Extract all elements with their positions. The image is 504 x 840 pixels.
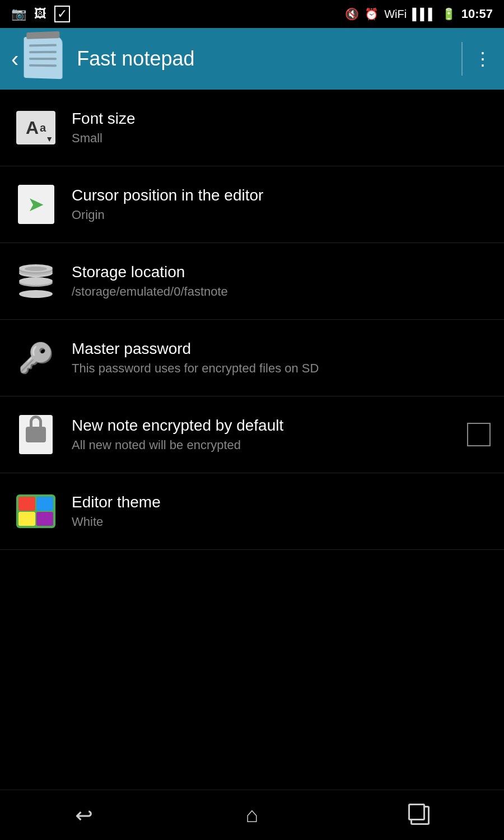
status-icons-right: 🔇 ⏰ WiFi ▌▌▌ 🔋 10:57 [345,7,493,21]
font-size-title: Font size [72,110,491,128]
image-icon: 🖼 [34,7,46,21]
menu-button[interactable]: ⋮ [474,48,493,69]
wifi-icon: WiFi [384,8,407,21]
storage-location-icon [13,259,58,304]
master-password-title: Master password [72,340,491,358]
master-password-subtitle: This password uses for encrypted files o… [72,361,491,376]
editor-theme-icon [13,489,58,534]
nav-bar: ↪ ⌂ [0,790,504,840]
status-bar: 📷 🖼 ✓ 🔇 ⏰ WiFi ▌▌▌ 🔋 10:57 [0,0,504,28]
new-note-encrypted-item[interactable]: New note encrypted by default All new no… [0,396,504,473]
nav-home-button[interactable]: ⌂ [224,799,280,832]
nav-recent-icon [410,806,430,825]
editor-theme-item[interactable]: Editor theme White [0,473,504,550]
font-size-text: Font size Small [72,110,491,146]
font-size-icon: Aa ▼ [13,105,58,150]
editor-theme-title: Editor theme [72,493,491,511]
camera-icon: 📷 [11,7,26,21]
cursor-position-item[interactable]: ➤ Cursor position in the editor Origin [0,166,504,243]
cursor-position-icon: ➤ [13,182,58,227]
new-note-encrypted-title: New note encrypted by default [72,417,467,435]
master-password-text: Master password This password uses for e… [72,340,491,376]
master-password-icon: 🔑 [13,335,58,380]
nav-home-icon: ⌂ [246,803,259,827]
app-title: Fast notepad [77,47,461,71]
nav-back-icon: ↪ [75,803,93,828]
app-bar: ‹ Fast notepad ⋮ [0,28,504,90]
alarm-icon: ⏰ [365,7,379,21]
check-icon: ✓ [54,6,70,22]
new-note-encrypted-subtitle: All new noted will be encrypted [72,438,467,452]
back-button[interactable]: ‹ [11,46,18,72]
mute-icon: 🔇 [345,7,359,21]
new-note-encrypted-text: New note encrypted by default All new no… [72,417,467,452]
editor-theme-text: Editor theme White [72,493,491,529]
cursor-position-subtitle: Origin [72,208,491,222]
font-size-item[interactable]: Aa ▼ Font size Small [0,90,504,166]
status-time: 10:57 [461,7,493,21]
signal-icon: ▌▌▌ [412,8,436,21]
font-size-subtitle: Small [72,131,491,146]
master-password-item[interactable]: 🔑 Master password This password uses for… [0,320,504,396]
status-icons-left: 📷 🖼 ✓ [11,6,70,22]
nav-back-button[interactable]: ↪ [56,799,112,832]
storage-location-item[interactable]: Storage location /storage/emulated/0/fas… [0,243,504,320]
new-note-encrypted-checkbox[interactable] [467,423,491,446]
settings-list: Aa ▼ Font size Small ➤ Cursor position i… [0,90,504,550]
cursor-position-text: Cursor position in the editor Origin [72,186,491,222]
nav-recent-button[interactable] [392,799,448,832]
new-note-encrypted-icon [13,412,58,457]
app-icon [23,36,68,81]
editor-theme-subtitle: White [72,515,491,529]
storage-location-text: Storage location /storage/emulated/0/fas… [72,263,491,299]
cursor-position-title: Cursor position in the editor [72,186,491,204]
storage-location-subtitle: /storage/emulated/0/fastnote [72,284,491,299]
battery-icon: 🔋 [442,7,456,21]
storage-location-title: Storage location [72,263,491,281]
